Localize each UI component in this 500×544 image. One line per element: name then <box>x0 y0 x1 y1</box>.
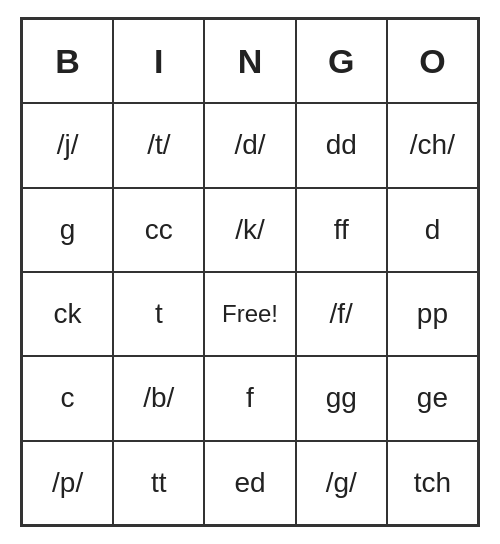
cell-5-2[interactable]: tt <box>113 441 204 525</box>
row-3: ck t Free! /f/ pp <box>22 272 478 356</box>
cell-4-5[interactable]: ge <box>387 356 478 440</box>
cell-3-5[interactable]: pp <box>387 272 478 356</box>
cell-1-4[interactable]: dd <box>296 103 387 187</box>
cell-2-1[interactable]: g <box>22 188 113 272</box>
header-g: G <box>296 19 387 103</box>
cell-2-5[interactable]: d <box>387 188 478 272</box>
cell-2-3[interactable]: /k/ <box>204 188 295 272</box>
cell-3-2[interactable]: t <box>113 272 204 356</box>
header-b: B <box>22 19 113 103</box>
cell-3-1[interactable]: ck <box>22 272 113 356</box>
cell-4-2[interactable]: /b/ <box>113 356 204 440</box>
header-i: I <box>113 19 204 103</box>
cell-4-1[interactable]: c <box>22 356 113 440</box>
cell-1-1[interactable]: /j/ <box>22 103 113 187</box>
row-4: c /b/ f gg ge <box>22 356 478 440</box>
cell-1-5[interactable]: /ch/ <box>387 103 478 187</box>
cell-4-4[interactable]: gg <box>296 356 387 440</box>
cell-2-4[interactable]: ff <box>296 188 387 272</box>
cell-2-2[interactable]: cc <box>113 188 204 272</box>
cell-4-3[interactable]: f <box>204 356 295 440</box>
cell-1-2[interactable]: /t/ <box>113 103 204 187</box>
cell-5-4[interactable]: /g/ <box>296 441 387 525</box>
row-2: g cc /k/ ff d <box>22 188 478 272</box>
cell-3-4[interactable]: /f/ <box>296 272 387 356</box>
cell-5-3[interactable]: ed <box>204 441 295 525</box>
cell-1-3[interactable]: /d/ <box>204 103 295 187</box>
header-o: O <box>387 19 478 103</box>
bingo-card: B I N G O /j/ /t/ /d/ dd /ch/ g cc /k/ f… <box>20 17 480 527</box>
row-1: /j/ /t/ /d/ dd /ch/ <box>22 103 478 187</box>
cell-5-5[interactable]: tch <box>387 441 478 525</box>
header-n: N <box>204 19 295 103</box>
cell-3-3-free[interactable]: Free! <box>204 272 295 356</box>
cell-5-1[interactable]: /p/ <box>22 441 113 525</box>
header-row: B I N G O <box>22 19 478 103</box>
row-5: /p/ tt ed /g/ tch <box>22 441 478 525</box>
